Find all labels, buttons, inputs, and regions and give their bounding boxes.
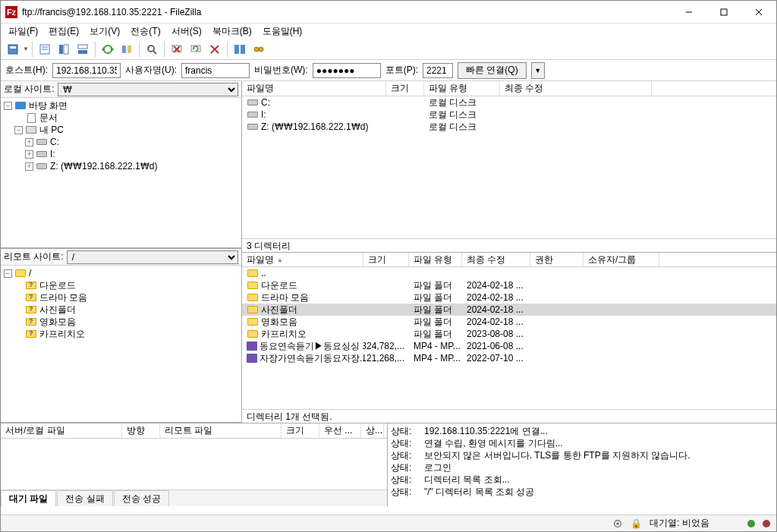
port-input[interactable] <box>423 63 453 78</box>
compare-button[interactable] <box>118 40 136 58</box>
quickconnect-dropdown[interactable]: ▼ <box>531 62 545 79</box>
menu-item[interactable]: 도움말(H) <box>258 24 307 39</box>
app-icon: Fz <box>5 6 17 18</box>
drive-icon <box>247 121 259 132</box>
svg-rect-5 <box>10 46 16 49</box>
tree-node[interactable]: −바탕 화면 <box>1 99 241 112</box>
local-path-input[interactable]: ₩ <box>58 83 238 96</box>
toggle-queue-button[interactable] <box>74 40 92 58</box>
list-row[interactable]: .. <box>242 267 776 279</box>
column-header[interactable]: 파일 유형 <box>424 81 500 96</box>
column-header[interactable]: 최종 수정 <box>500 81 652 96</box>
remote-list[interactable]: ..다운로드파일 폴더2024-02-18 ...드라마 모음파일 폴더2024… <box>242 267 776 409</box>
maximize-button[interactable] <box>706 1 741 24</box>
tree-node[interactable]: −/ <box>1 267 241 279</box>
queue-tab[interactable]: 전송 실패 <box>57 490 112 506</box>
column-header[interactable]: 리모트 파일 <box>160 423 282 438</box>
column-header[interactable]: 파일명▲ <box>242 253 363 266</box>
column-header[interactable]: 권한 <box>530 253 584 266</box>
tree-node[interactable]: 드라마 모음 <box>1 291 241 304</box>
pc-icon <box>25 124 37 135</box>
user-input[interactable] <box>181 63 250 78</box>
remote-path-input[interactable]: / <box>67 250 238 264</box>
reconnect-button[interactable] <box>187 40 205 58</box>
disconnect-button[interactable] <box>168 40 186 58</box>
filter-button[interactable] <box>231 40 249 58</box>
menu-item[interactable]: 북마크(B) <box>208 24 256 39</box>
list-row[interactable]: 다운로드파일 폴더2024-02-18 ... <box>242 279 776 291</box>
tree-label: 사진폴더 <box>39 304 76 316</box>
tree-toggle[interactable]: − <box>4 102 12 110</box>
remote-list-headers[interactable]: 파일명▲크기파일 유형최종 수정권한소유자/그룹 <box>242 252 776 267</box>
close-button[interactable] <box>741 1 776 24</box>
find-button[interactable] <box>250 40 268 58</box>
tree-node[interactable]: −내 PC <box>1 124 241 136</box>
pass-input[interactable] <box>313 63 381 78</box>
host-input[interactable] <box>52 63 121 78</box>
tree-toggle[interactable]: − <box>4 269 12 278</box>
cancel-button[interactable] <box>206 40 224 58</box>
lock-icon: 🔒 <box>631 518 642 529</box>
tree-label: 드라마 모음 <box>39 291 87 304</box>
tree-node[interactable]: +Z: (₩₩192.168.222.1₩d) <box>1 160 241 172</box>
menu-item[interactable]: 파일(F) <box>4 24 42 39</box>
list-row[interactable]: 사진폴더파일 폴더2024-02-18 ... <box>242 304 776 316</box>
toggle-log-button[interactable] <box>36 40 54 58</box>
local-list-headers[interactable]: 파일명크기파일 유형최종 수정 <box>242 81 776 96</box>
tree-node[interactable]: +C: <box>1 136 241 148</box>
tree-node[interactable]: +I: <box>1 148 241 160</box>
column-header[interactable]: 파일 유형 <box>409 253 462 266</box>
minimize-button[interactable] <box>672 1 706 24</box>
tree-node[interactable]: 다운로드 <box>1 279 241 291</box>
list-row[interactable]: Z: (₩₩192.168.222.1₩d)로컬 디스크 <box>242 121 776 133</box>
column-header[interactable]: 서버/로컬 파일 <box>1 423 122 438</box>
list-row[interactable]: C:로컬 디스크 <box>242 96 776 109</box>
menu-item[interactable]: 보기(V) <box>85 24 124 39</box>
tree-node[interactable]: 사진폴더 <box>1 304 241 316</box>
tree-node[interactable]: 영화모음 <box>1 316 241 328</box>
list-row[interactable]: 드라마 모음파일 폴더2024-02-18 ... <box>242 291 776 304</box>
queue-tab[interactable]: 대기 파일 <box>1 490 56 506</box>
remote-tree[interactable]: −/다운로드드라마 모음사진폴더영화모음카프리치오 <box>1 266 241 423</box>
menu-item[interactable]: 편집(E) <box>44 24 83 39</box>
toggle-tree-button[interactable] <box>55 40 73 58</box>
tree-node[interactable]: 카프리치오 <box>1 328 241 340</box>
site-manager-button[interactable] <box>4 40 22 58</box>
remote-list-status: 디렉터리 1개 선택됨. <box>242 409 776 423</box>
column-header[interactable]: 소유자/그룹 <box>584 253 659 266</box>
log-line: 상태:"/" 디렉터리 목록 조회 성공 <box>391 486 773 498</box>
video-icon <box>247 341 257 351</box>
queue-body[interactable] <box>1 439 387 490</box>
search-button[interactable] <box>143 40 161 58</box>
column-header[interactable]: 크기 <box>282 423 319 438</box>
column-header[interactable]: 파일명 <box>242 81 386 96</box>
local-list[interactable]: C:로컬 디스크I:로컬 디스크Z: (₩₩192.168.222.1₩d)로컬… <box>242 96 776 238</box>
dropdown-icon[interactable]: ▼ <box>23 46 29 52</box>
column-header[interactable]: 상... <box>361 423 384 438</box>
folder-icon <box>247 304 259 315</box>
menu-item[interactable]: 전송(T) <box>126 24 165 39</box>
tree-toggle[interactable]: + <box>25 162 33 171</box>
list-row[interactable]: 자장가연속듣기동요자장...121,268,...MP4 - MP...2022… <box>242 352 776 364</box>
log-pane[interactable]: 상태:192.168.110.35:2221에 연결...상태:연결 수립, 환… <box>388 423 776 506</box>
queue-tab[interactable]: 전송 성공 <box>114 490 169 506</box>
list-row[interactable]: 카프리치오파일 폴더2023-08-08 ... <box>242 328 776 340</box>
tree-toggle[interactable]: − <box>14 126 23 134</box>
list-row[interactable]: I:로컬 디스크 <box>242 109 776 121</box>
tree-toggle[interactable]: + <box>25 138 33 146</box>
column-header[interactable]: 크기 <box>386 81 424 96</box>
tree-toggle[interactable]: + <box>25 150 33 159</box>
column-header[interactable]: 우선 ... <box>319 423 361 438</box>
local-tree[interactable]: −바탕 화면문서−내 PC+C:+I:+Z: (₩₩192.168.222.1₩… <box>1 98 241 248</box>
queue-headers[interactable]: 서버/로컬 파일방향리모트 파일크기우선 ...상... <box>1 423 387 439</box>
menu-item[interactable]: 서버(S) <box>167 24 206 39</box>
list-row[interactable]: 동요연속듣기▶동요싱싱 ...324,782,...MP4 - MP...202… <box>242 340 776 352</box>
list-row[interactable]: 영화모음파일 폴더2024-02-18 ... <box>242 316 776 328</box>
column-header[interactable]: 최종 수정 <box>462 253 530 266</box>
sync-browse-button[interactable] <box>99 40 117 58</box>
gear-icon[interactable] <box>612 518 623 529</box>
column-header[interactable]: 크기 <box>363 253 409 266</box>
column-header[interactable]: 방향 <box>122 423 160 438</box>
quickconnect-button[interactable]: 빠른 연결(Q) <box>458 62 527 79</box>
tree-node[interactable]: 문서 <box>1 112 241 124</box>
